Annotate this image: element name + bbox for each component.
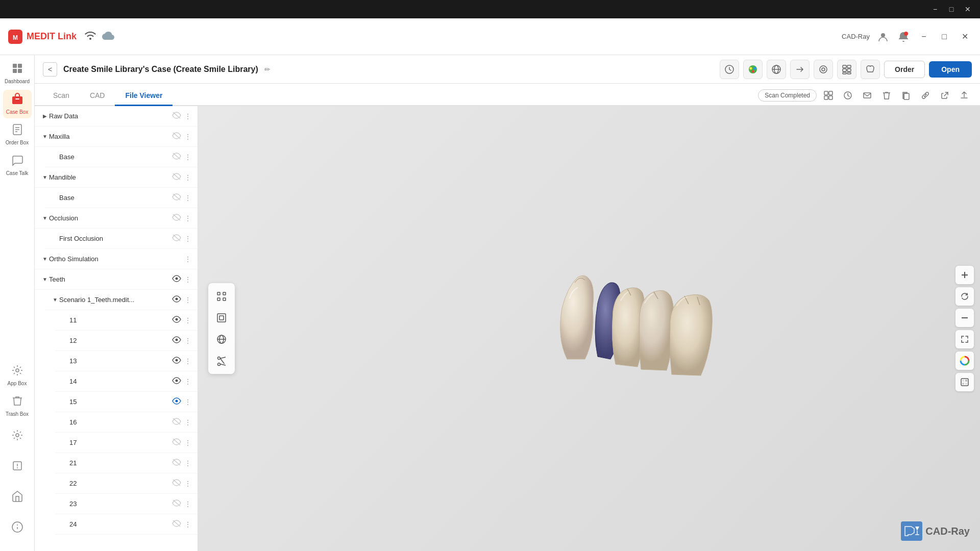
sidebar-item-orderbox[interactable]: Order Box	[3, 120, 32, 149]
notification-icon[interactable]	[896, 30, 911, 44]
link-tab-icon[interactable]	[918, 88, 933, 103]
close-window-btn[interactable]: ✕	[958, 30, 972, 44]
dots-t22[interactable]: ⋮	[184, 480, 191, 488]
dots-t23[interactable]: ⋮	[184, 500, 191, 508]
trash-tab-icon[interactable]	[879, 88, 894, 103]
tab-scan[interactable]: Scan	[43, 86, 80, 106]
sidebar-item-home[interactable]	[3, 484, 32, 512]
clock-tab-icon[interactable]	[840, 88, 855, 103]
tree-item-t17[interactable]: 17 ⋮	[55, 433, 198, 453]
eye-maxilla[interactable]	[172, 132, 181, 141]
grid-toolbar-icon[interactable]	[837, 60, 856, 79]
open-button[interactable]: Open	[929, 61, 972, 78]
globe-toolbar-icon[interactable]	[767, 60, 786, 79]
order-button[interactable]: Order	[884, 61, 925, 78]
tree-item-first-occlusion[interactable]: First Occlusion ⋮	[45, 229, 198, 249]
minimize-btn[interactable]: −	[929, 3, 941, 15]
dots-occlusion[interactable]: ⋮	[184, 214, 191, 222]
sidebar-item-alerts[interactable]	[3, 453, 32, 482]
dots-teeth[interactable]: ⋮	[184, 276, 191, 284]
rotate-reset-button[interactable]	[955, 287, 974, 306]
tree-item-t21[interactable]: 21 ⋮	[55, 453, 198, 473]
maximize-btn[interactable]: □	[945, 3, 958, 15]
eye-rawdata[interactable]	[172, 112, 181, 121]
dots-mandible[interactable]: ⋮	[184, 173, 191, 182]
dots-t21[interactable]: ⋮	[184, 459, 191, 467]
eye-t14[interactable]	[172, 377, 181, 386]
dots-first-occlusion[interactable]: ⋮	[184, 235, 191, 243]
tree-item-maxilla[interactable]: ▼ Maxilla ⋮	[35, 127, 198, 147]
sidebar-item-appbox[interactable]: App Box	[3, 361, 32, 390]
arrow-toolbar-icon[interactable]	[790, 60, 810, 79]
eye-t16[interactable]	[172, 418, 181, 427]
sidebar-item-settings[interactable]	[3, 422, 32, 451]
focus-button[interactable]	[212, 287, 231, 306]
eye-t11[interactable]	[172, 316, 181, 325]
teeth-toolbar-icon[interactable]	[861, 60, 880, 79]
tree-item-teeth[interactable]: ▼ Teeth ⋮	[35, 269, 198, 290]
minimize-window-btn[interactable]: −	[917, 30, 931, 44]
tree-item-t11[interactable]: 11 ⋮	[55, 310, 198, 331]
eye-t17[interactable]	[172, 438, 181, 447]
layout-tab-icon[interactable]	[821, 88, 836, 103]
color-toolbar-icon[interactable]	[743, 60, 763, 79]
tree-item-mandible-base[interactable]: Base ⋮	[45, 188, 198, 208]
eye-scenario1[interactable]	[172, 295, 181, 305]
tree-item-occlusion[interactable]: ▼ Occlusion ⋮	[35, 208, 198, 229]
maximize-window-btn[interactable]: □	[937, 30, 951, 44]
eye-mandible[interactable]	[172, 173, 181, 182]
eye-t12[interactable]	[172, 336, 181, 345]
eye-first-occlusion[interactable]	[172, 234, 181, 243]
dots-t11[interactable]: ⋮	[184, 316, 191, 324]
sidebar-item-casetalk[interactable]: Case Talk	[3, 151, 32, 180]
eye-maxilla-base[interactable]	[172, 153, 181, 162]
dots-rawdata[interactable]: ⋮	[184, 112, 191, 120]
dots-scenario1[interactable]: ⋮	[184, 296, 191, 304]
dots-mandible-base[interactable]: ⋮	[184, 194, 191, 202]
zoom-out-button[interactable]	[955, 309, 974, 327]
mail-tab-icon[interactable]	[860, 88, 875, 103]
copy-tab-icon[interactable]	[898, 88, 914, 103]
tab-cad[interactable]: CAD	[80, 86, 115, 106]
dots-t16[interactable]: ⋮	[184, 418, 191, 427]
cut-button[interactable]	[212, 352, 231, 370]
user-avatar[interactable]	[876, 30, 890, 44]
scan-toolbar-icon[interactable]	[720, 60, 739, 79]
eye-t22[interactable]	[172, 479, 181, 488]
tree-item-t12[interactable]: 12 ⋮	[55, 331, 198, 351]
dots-t17[interactable]: ⋮	[184, 439, 191, 447]
external-tab-icon[interactable]	[937, 88, 952, 103]
close-btn[interactable]: ✕	[962, 3, 974, 15]
back-button[interactable]: <	[43, 62, 57, 77]
tab-file-viewer[interactable]: File Viewer	[115, 86, 173, 106]
tree-item-scenario1[interactable]: ▼ Scenario 1_Teeth.medit... ⋮	[45, 290, 198, 310]
eye-t23[interactable]	[172, 499, 181, 509]
edit-title-icon[interactable]: ✏	[264, 65, 271, 73]
dots-maxilla[interactable]: ⋮	[184, 133, 191, 141]
eye-t15[interactable]	[172, 397, 181, 407]
tree-item-mandible[interactable]: ▼ Mandible ⋮	[35, 167, 198, 188]
fit-button[interactable]	[212, 309, 231, 327]
sidebar-item-info[interactable]	[3, 514, 32, 543]
tree-item-t15[interactable]: 15 ⋮	[55, 392, 198, 412]
tree-item-t16[interactable]: 16 ⋮	[55, 412, 198, 433]
tree-item-t13[interactable]: 13 ⋮	[55, 351, 198, 371]
ring-toolbar-icon[interactable]	[814, 60, 833, 79]
zoom-fit-viewport-button[interactable]	[955, 330, 974, 348]
dots-t15[interactable]: ⋮	[184, 398, 191, 406]
tree-item-t22[interactable]: 22 ⋮	[55, 473, 198, 494]
dots-t12[interactable]: ⋮	[184, 337, 191, 345]
zoom-in-button[interactable]	[955, 266, 974, 284]
tree-item-t23[interactable]: 23 ⋮	[55, 494, 198, 514]
sidebar-item-casebox[interactable]: Case Box	[3, 90, 32, 118]
tree-item-ortho-sim[interactable]: ▼ Ortho Simulation ⋮	[35, 249, 198, 269]
texture-button[interactable]	[955, 373, 974, 391]
dots-maxilla-base[interactable]: ⋮	[184, 153, 191, 161]
eye-occlusion[interactable]	[172, 214, 181, 223]
dots-t14[interactable]: ⋮	[184, 378, 191, 386]
eye-t24[interactable]	[172, 520, 181, 529]
tree-item-t24[interactable]: 24 ⋮	[55, 514, 198, 535]
sidebar-item-dashboard[interactable]: Dashboard	[3, 59, 32, 88]
dots-t24[interactable]: ⋮	[184, 520, 191, 529]
tree-item-t14[interactable]: 14 ⋮	[55, 371, 198, 392]
